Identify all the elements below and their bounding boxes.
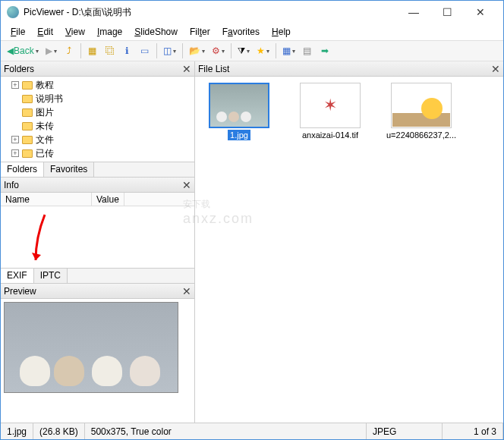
filelist-close-icon[interactable]: ✕ <box>491 63 500 75</box>
folder-label: 教程 <box>36 79 54 92</box>
filelist-title: File List <box>198 64 229 74</box>
folder-icon <box>22 136 33 144</box>
info-close-icon[interactable]: ✕ <box>182 179 191 191</box>
file-thumb[interactable]: ✶anxaizai-014.tif <box>292 83 368 140</box>
maximize-button[interactable]: ☐ <box>430 2 464 23</box>
file-thumb[interactable]: 1.jpg <box>201 83 277 140</box>
menu-filter[interactable]: Filter <box>184 25 216 39</box>
preview-image <box>4 302 178 393</box>
folder-tree[interactable]: +教程说明书图片未传+文件+已传 <box>1 77 194 162</box>
back-label: Back <box>14 46 34 56</box>
titlebar: PicViewer - D:\桌面\说明书 — ☐ ✕ <box>1 1 503 24</box>
window-icon[interactable]: ◫ ▾ <box>160 42 179 59</box>
page-icon[interactable]: ▤ <box>299 42 316 59</box>
thumb-image <box>209 83 269 128</box>
folder-label: 说明书 <box>36 93 63 105</box>
toolbar: ◀ Back ▾ ▶ ▾ ⤴ ▦ ⿻ ℹ ▭ ◫ ▾ 📂 ▾ ⚙ ▾ ⧩ ▾ ★… <box>1 40 503 61</box>
menu-view[interactable]: View <box>60 25 90 39</box>
preview-close-icon[interactable]: ✕ <box>182 285 191 297</box>
folder-label: 未传 <box>36 120 54 133</box>
minimize-button[interactable]: — <box>397 2 430 23</box>
status-size: (26.8 KB) <box>33 423 85 439</box>
status-filename: 1.jpg <box>1 423 33 439</box>
menu-edit[interactable]: Edit <box>32 25 58 39</box>
folder-label: 图片 <box>36 106 54 119</box>
folder-row[interactable]: 未传 <box>4 119 191 133</box>
info-title: Info <box>4 180 19 190</box>
tab-favorites[interactable]: Favorites <box>44 162 94 177</box>
annotation-arrow <box>30 211 52 272</box>
copy-icon[interactable]: ⿻ <box>102 42 118 59</box>
preview-panel: Preview✕ <box>1 284 194 423</box>
thumb-image <box>391 83 452 128</box>
folder-label: 文件 <box>36 134 54 146</box>
folder-label: 已传 <box>36 147 54 160</box>
statusbar: 1.jpg (26.8 KB) 500x375, True color JPEG… <box>1 423 503 439</box>
folder-icon <box>22 149 33 158</box>
close-button[interactable]: ✕ <box>464 2 497 23</box>
info-col-value[interactable]: Value <box>92 193 124 206</box>
panel-icon[interactable]: ▭ <box>137 42 153 59</box>
preview-title: Preview <box>4 286 36 297</box>
folder-icon <box>22 81 33 90</box>
folder-row[interactable]: 说明书 <box>4 92 191 105</box>
status-count: 1 of 3 <box>443 423 503 439</box>
export-icon[interactable]: ➡ <box>317 42 333 59</box>
window-title: PicViewer - D:\桌面\说明书 <box>24 6 397 19</box>
info-body <box>1 206 194 268</box>
folder-row[interactable]: 图片 <box>4 105 191 119</box>
folder-icon <box>22 122 33 130</box>
thumb-image: ✶ <box>300 83 361 128</box>
folders-close-icon[interactable]: ✕ <box>182 63 191 75</box>
menu-favorites[interactable]: Favorites <box>217 25 265 39</box>
menu-image[interactable]: Image <box>92 25 128 39</box>
folder-row[interactable]: +教程 <box>4 78 191 92</box>
info-panel: Info✕ Name Value EXIF IPTC <box>1 178 194 284</box>
menubar: File Edit View Image SlideShow Filter Fa… <box>1 24 503 40</box>
forward-button[interactable]: ▶ ▾ <box>43 42 60 59</box>
thumb-label: 1.jpg <box>228 130 250 140</box>
folders-panel: Folders✕ +教程说明书图片未传+文件+已传 Folders Favori… <box>1 61 194 178</box>
filter-icon[interactable]: ⧩ ▾ <box>235 42 253 59</box>
file-list[interactable]: 1.jpg✶anxaizai-014.tifu=2240866237,2... <box>195 77 503 423</box>
tab-iptc[interactable]: IPTC <box>34 269 68 283</box>
folder-open-icon[interactable]: 📂 ▾ <box>186 42 208 59</box>
tab-exif[interactable]: EXIF <box>1 269 34 283</box>
menu-slideshow[interactable]: SlideShow <box>129 25 183 39</box>
folder-row[interactable]: +文件 <box>4 133 191 146</box>
star-icon[interactable]: ★ ▾ <box>254 42 272 59</box>
folders-title: Folders <box>4 64 34 74</box>
grid-icon[interactable]: ▦ ▾ <box>279 42 298 59</box>
info-col-name[interactable]: Name <box>1 193 92 206</box>
tool-icon[interactable]: ⚙ ▾ <box>209 42 228 59</box>
app-icon <box>7 6 19 18</box>
folder-row[interactable]: +已传 <box>4 146 191 160</box>
folder-icon <box>22 95 33 103</box>
thumb-label: anxaizai-014.tif <box>300 130 361 140</box>
up-button[interactable]: ⤴ <box>61 42 77 59</box>
select-all-icon[interactable]: ▦ <box>84 42 101 59</box>
menu-help[interactable]: Help <box>266 25 296 39</box>
tab-folders[interactable]: Folders <box>1 162 44 177</box>
info-icon[interactable]: ℹ <box>119 42 136 59</box>
status-dims: 500x375, True color <box>85 423 367 439</box>
thumb-label: u=2240866237,2... <box>384 130 458 140</box>
folder-icon <box>22 108 33 117</box>
file-thumb[interactable]: u=2240866237,2... <box>383 83 459 140</box>
back-button[interactable]: ◀ Back ▾ <box>4 42 42 59</box>
menu-file[interactable]: File <box>5 25 30 39</box>
status-type: JPEG <box>367 423 443 439</box>
